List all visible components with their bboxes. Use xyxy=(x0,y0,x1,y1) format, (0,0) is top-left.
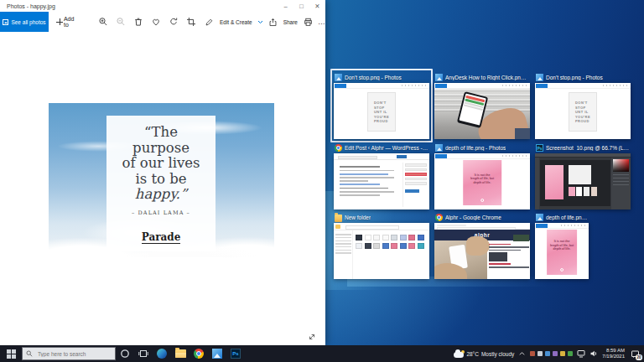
happy-quote-photo: “The purpose of our lives is to be happy… xyxy=(49,103,274,257)
thumbnail-title: AnyDesk How to Right Click.png - Photos xyxy=(445,75,529,80)
share-label[interactable]: Share xyxy=(283,19,298,25)
zoom-in-icon[interactable] xyxy=(98,17,108,27)
mini-photoshop-panels xyxy=(611,158,631,209)
thumbnail-header: Don't stop.png - Photos xyxy=(535,72,631,83)
close-button[interactable]: ✕ xyxy=(309,0,325,12)
snap-thumbnail-dont-stop-1[interactable]: Don't stop.png - Photos DON'T STOP UNT I… xyxy=(334,72,429,139)
snap-thumbnail-depth-of-life[interactable]: depth of life.png - Photos It is not the… xyxy=(434,142,530,209)
network-icon[interactable] xyxy=(577,349,585,358)
mini-photoshop-canvas xyxy=(540,160,610,206)
photo-stage: “The purpose of our lives is to be happy… xyxy=(0,32,325,345)
titlebar[interactable]: Photos - happy.jpg – □ ✕ xyxy=(0,0,325,12)
edit-create-label[interactable]: Edit & Create xyxy=(220,19,252,25)
canvas-thumb xyxy=(584,187,589,196)
share-icon[interactable] xyxy=(268,17,278,27)
sidebar-box-red xyxy=(405,173,427,176)
plus-icon xyxy=(56,18,61,25)
thumbnail-title: Screenshot_10.png @ 66.7% (Layer 2, RGB.… xyxy=(546,145,630,151)
file-thumb xyxy=(356,243,362,249)
tray-icon[interactable] xyxy=(545,351,550,356)
delete-icon[interactable] xyxy=(133,17,143,27)
task-view-button[interactable] xyxy=(134,345,153,362)
snap-thumbnail-depth-of-life-2[interactable]: depth of life.png -... It is not the len… xyxy=(535,212,589,279)
chrome-button[interactable] xyxy=(190,345,208,362)
cortana-button[interactable] xyxy=(116,345,134,362)
windows-logo-icon xyxy=(7,349,16,359)
tray-expand-icon[interactable] xyxy=(518,350,526,357)
mini-photos-toolbar xyxy=(535,83,631,89)
see-more-icon[interactable]: … xyxy=(318,19,325,24)
tray-icon[interactable] xyxy=(568,351,573,356)
see-all-photos-button[interactable]: See all photos xyxy=(0,12,49,32)
mini-quote-card: DON'T STOP UNT IL YOU'RE PROUD xyxy=(569,92,597,132)
file-thumb xyxy=(418,243,424,249)
crop-icon[interactable] xyxy=(186,17,196,27)
photos-button[interactable] xyxy=(208,345,226,362)
snap-thumbnail-dont-stop-2[interactable]: Don't stop.png - Photos DON'T STOP UNT I… xyxy=(535,72,631,139)
resize-handle-icon[interactable] xyxy=(307,330,317,340)
print-icon[interactable] xyxy=(303,17,313,27)
article-line xyxy=(489,246,529,248)
snap-thumbnail-alphr[interactable]: Alphr - Google Chrome alphr xyxy=(434,212,530,279)
chevron-down-icon[interactable] xyxy=(257,20,263,24)
canvas-white-doc xyxy=(569,165,591,184)
tray-icon[interactable] xyxy=(538,351,543,356)
weather-cloud-icon xyxy=(454,352,464,358)
article-thumb xyxy=(513,235,529,241)
snap-thumbnail-photoshop[interactable]: Ps Screenshot_10.png @ 66.7% (Layer 2, R… xyxy=(535,142,631,209)
thumbnail-title: depth of life.png -... xyxy=(546,215,588,220)
mini-toolbar-icons xyxy=(561,225,586,226)
window-preview xyxy=(334,223,429,279)
weather-widget[interactable]: 28°C Mostly cloudy xyxy=(454,350,514,358)
photos-app-icon xyxy=(536,74,543,81)
tray-icon[interactable] xyxy=(530,351,535,356)
snap-thumbnail-explorer[interactable]: New folder xyxy=(334,212,429,279)
mini-see-all-photos-button xyxy=(536,84,548,88)
badge-dot xyxy=(480,199,484,202)
mini-explorer-toolbar xyxy=(334,223,429,230)
zoom-out-icon[interactable] xyxy=(116,17,126,27)
desktop: Don't stop.png - Photos DON'T STOP UNT I… xyxy=(0,0,644,345)
taskbar-search[interactable] xyxy=(22,347,116,360)
photoshop-button[interactable]: Ps xyxy=(226,345,245,362)
edge-button[interactable] xyxy=(153,345,171,362)
rotate-icon[interactable] xyxy=(169,17,179,27)
maximize-button[interactable]: □ xyxy=(293,0,309,12)
nav-line xyxy=(335,252,351,254)
article-thumb xyxy=(489,252,507,261)
edit-create-icon[interactable] xyxy=(205,17,215,27)
nav-line xyxy=(335,237,351,239)
canvas-thumb xyxy=(591,187,597,196)
action-center-button[interactable]: 20 xyxy=(629,348,641,359)
snap-thumbnail-anydesk[interactable]: AnyDesk How to Right Click.png - Photos xyxy=(434,72,530,139)
photos-toolbar: See all photos Add to xyxy=(0,12,325,32)
minimize-button[interactable]: – xyxy=(278,0,293,12)
file-thumb xyxy=(365,243,371,249)
mini-pink-quote-text: It is not the length of life, but depth … xyxy=(463,173,501,185)
add-to-button[interactable]: Add to xyxy=(56,16,76,28)
notification-badge: 20 xyxy=(636,354,642,360)
favorite-icon[interactable] xyxy=(151,17,161,27)
file-thumb xyxy=(382,243,389,249)
snap-thumbnail-wordpress[interactable]: Edit Post ‹ Alphr — WordPress - Google C… xyxy=(334,142,429,209)
snap-assist-area: Don't stop.png - Photos DON'T STOP UNT I… xyxy=(325,0,644,345)
photos-app-icon xyxy=(435,74,443,81)
volume-icon[interactable] xyxy=(589,349,598,358)
mini-file-grid xyxy=(356,235,428,249)
file-explorer-icon xyxy=(175,349,186,358)
search-input[interactable] xyxy=(36,350,112,358)
start-button[interactable] xyxy=(0,345,22,362)
weather-desc: Mostly cloudy xyxy=(481,351,514,357)
file-explorer-button[interactable] xyxy=(171,345,190,362)
tray-icon[interactable] xyxy=(560,351,565,356)
mini-editor-text xyxy=(340,164,397,198)
mini-toolbar-icons xyxy=(603,85,628,86)
tray-icon[interactable] xyxy=(553,351,558,356)
taskbar-clock[interactable]: 8:59 AM 7/19/2021 xyxy=(602,348,625,359)
nav-line xyxy=(335,240,351,242)
folder-app-icon xyxy=(335,215,342,222)
photos-app-icon xyxy=(435,144,443,152)
mini-photos-toolbar xyxy=(434,153,530,159)
mini-quote-card: DON'T STOP UNT IL YOU'RE PROUD xyxy=(367,92,396,132)
taskbar: Ps 28°C Mostly cloudy 8:59 AM 7/19/2021 … xyxy=(0,345,644,362)
